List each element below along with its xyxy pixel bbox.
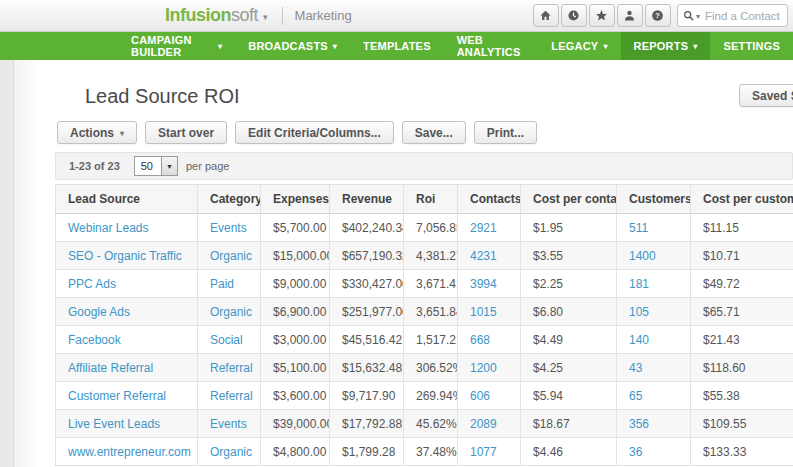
nav-item-broadcasts[interactable]: BROADCASTS▾ — [235, 32, 350, 60]
nav-item-campaign-builder[interactable]: CAMPAIGN BUILDER▾ — [118, 32, 235, 60]
contacts-link[interactable]: 1200 — [470, 361, 497, 375]
user-button[interactable] — [617, 4, 643, 27]
lead-source-link[interactable]: Facebook — [68, 333, 121, 347]
print-button[interactable]: Print... — [474, 121, 537, 144]
column-header-cost-per-contact[interactable]: Cost per contact — [521, 185, 617, 214]
contacts-link[interactable]: 1015 — [470, 305, 497, 319]
category-link[interactable]: Referral — [210, 361, 253, 375]
table-header-row: Lead Source Category Expenses Revenue Ro… — [56, 185, 793, 214]
contact-search[interactable]: ▾ — [677, 4, 788, 27]
star-icon — [595, 9, 608, 22]
nav-item-templates[interactable]: TEMPLATES — [350, 32, 444, 60]
customers-link[interactable]: 36 — [629, 445, 642, 459]
lead-source-link[interactable]: Customer Referral — [68, 389, 166, 403]
actions-button[interactable]: Actions▾ — [57, 121, 137, 144]
contacts-link[interactable]: 2089 — [470, 417, 497, 431]
edit-criteria-columns-button[interactable]: Edit Criteria/Columns... — [235, 121, 394, 144]
cost-per-contact-value: $1.95 — [533, 221, 563, 235]
customers-link[interactable]: 511 — [629, 221, 648, 235]
revenue-value: $251,977.00 — [342, 305, 404, 319]
roi-value: 7,056.85% — [416, 221, 458, 235]
lead-source-link[interactable]: PPC Ads — [68, 277, 116, 291]
category-link[interactable]: Organic — [210, 249, 252, 263]
nav-item-legacy[interactable]: LEGACY▾ — [538, 32, 620, 60]
contacts-link[interactable]: 3994 — [470, 277, 497, 291]
contacts-link[interactable]: 606 — [470, 389, 490, 403]
lead-source-link[interactable]: SEO - Organic Traffic — [68, 249, 182, 263]
page-title: Lead Source ROI — [85, 85, 793, 108]
brand-logo[interactable]: Infusionsoft ▾ Marketing — [165, 5, 352, 26]
column-header-cost-per-customer[interactable]: Cost per customer — [691, 185, 793, 214]
infusionsoft-logo: Infusionsoft — [165, 5, 258, 26]
lead-source-link[interactable]: Webinar Leads — [68, 221, 149, 235]
category-link[interactable]: Events — [210, 221, 247, 235]
contacts-link[interactable]: 4231 — [470, 249, 497, 263]
column-header-category[interactable]: Category — [198, 185, 261, 214]
page-shadow — [14, 60, 40, 467]
category-link[interactable]: Paid — [210, 277, 234, 291]
chevron-down-icon: ▾ — [218, 42, 222, 51]
chevron-down-icon: ▾ — [263, 12, 268, 22]
lead-source-link[interactable]: Affiliate Referral — [68, 361, 153, 375]
topbar-actions: ? ▾ — [533, 4, 788, 27]
chevron-down-icon: ▾ — [120, 129, 124, 138]
start-over-button[interactable]: Start over — [145, 121, 227, 144]
column-header-contacts[interactable]: Contacts — [458, 185, 521, 214]
column-header-expenses[interactable]: Expenses — [261, 185, 330, 214]
per-page-label: per page — [186, 160, 229, 172]
nav-item-reports[interactable]: REPORTS▾ — [621, 32, 711, 60]
category-link[interactable]: Events — [210, 417, 247, 431]
roi-value: 45.62% — [416, 417, 457, 431]
search-input[interactable] — [703, 9, 783, 23]
contacts-link[interactable]: 1077 — [470, 445, 497, 459]
lead-source-link[interactable]: www.entrepreneur.com — [68, 445, 191, 459]
category-link[interactable]: Referral — [210, 389, 253, 403]
divider — [282, 7, 283, 25]
column-header-customers[interactable]: Customers — [617, 185, 691, 214]
customers-link[interactable]: 1400 — [629, 249, 656, 263]
table-row: Live Event LeadsEvents$39,000.00$17,792.… — [56, 410, 793, 438]
category-link[interactable]: Organic — [210, 445, 252, 459]
app-name: Marketing — [295, 8, 352, 23]
per-page-select[interactable]: 50 ▼ — [134, 156, 178, 176]
column-header-lead-source[interactable]: Lead Source — [56, 185, 198, 214]
cost-per-customer-value: $55.38 — [703, 389, 740, 403]
nav-item-web-analytics[interactable]: WEB ANALYTICS — [444, 32, 539, 60]
expenses-value: $6,900.00 — [273, 305, 326, 319]
revenue-value: $402,240.34 — [342, 221, 404, 235]
contacts-link[interactable]: 2921 — [470, 221, 497, 235]
expenses-value: $3,600.00 — [273, 389, 326, 403]
roi-value: 269.94% — [416, 389, 458, 403]
lead-source-link[interactable]: Google Ads — [68, 305, 130, 319]
customers-link[interactable]: 65 — [629, 389, 642, 403]
cost-per-contact-value: $3.55 — [533, 249, 563, 263]
recent-button[interactable] — [561, 4, 587, 27]
customers-link[interactable]: 43 — [629, 361, 642, 375]
category-link[interactable]: Social — [210, 333, 243, 347]
roi-value: 3,651.84% — [416, 305, 458, 319]
customers-link[interactable]: 140 — [629, 333, 649, 347]
revenue-value: $657,190.32 — [342, 249, 404, 263]
lead-source-roi-table: Lead Source Category Expenses Revenue Ro… — [55, 184, 793, 466]
nav-item-settings[interactable]: SETTINGS — [710, 32, 793, 60]
cost-per-customer-value: $11.15 — [703, 221, 739, 235]
lead-source-link[interactable]: Live Event Leads — [68, 417, 160, 431]
revenue-value: $1,799.28 — [342, 445, 395, 459]
save-button[interactable]: Save... — [402, 121, 466, 144]
revenue-value: $330,427.00 — [342, 277, 404, 291]
favorites-button[interactable] — [589, 4, 615, 27]
help-button[interactable]: ? — [645, 4, 671, 27]
customers-link[interactable]: 181 — [629, 277, 649, 291]
home-button[interactable] — [533, 4, 559, 27]
customers-link[interactable]: 105 — [629, 305, 649, 319]
category-link[interactable]: Organic — [210, 305, 252, 319]
customers-link[interactable]: 356 — [629, 417, 649, 431]
report-toolbar: Actions▾ Start over Edit Criteria/Column… — [57, 121, 793, 144]
column-header-roi[interactable]: Roi — [404, 185, 458, 214]
revenue-value: $9,717.90 — [342, 389, 395, 403]
user-icon — [623, 9, 636, 22]
home-icon — [539, 9, 552, 22]
column-header-revenue[interactable]: Revenue — [330, 185, 404, 214]
cost-per-contact-value: $2.25 — [533, 277, 563, 291]
contacts-link[interactable]: 668 — [470, 333, 490, 347]
